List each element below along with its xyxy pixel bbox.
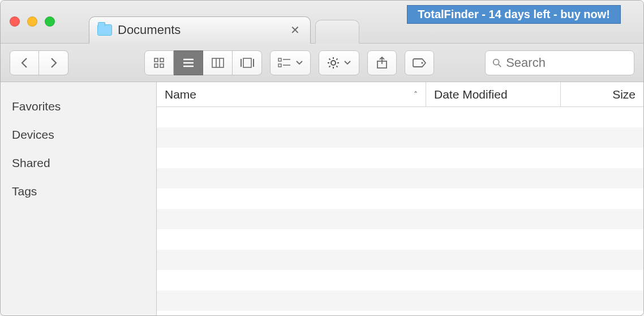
column-label: Size bbox=[612, 88, 636, 101]
table-row bbox=[157, 291, 643, 311]
icon-view-button[interactable] bbox=[144, 50, 174, 75]
svg-line-23 bbox=[336, 66, 337, 67]
chevron-right-icon bbox=[50, 57, 58, 69]
chevron-down-icon bbox=[296, 61, 303, 65]
back-button[interactable] bbox=[10, 50, 39, 75]
search-input[interactable] bbox=[506, 55, 627, 70]
svg-rect-1 bbox=[160, 58, 164, 62]
grid-icon bbox=[153, 57, 165, 69]
finder-window: TotalFinder - 14 days left - buy now! Do… bbox=[0, 0, 644, 316]
table-row bbox=[157, 250, 643, 270]
table-row bbox=[157, 127, 643, 148]
folder-icon bbox=[97, 24, 112, 36]
table-row bbox=[157, 270, 643, 291]
arrange-button[interactable] bbox=[270, 50, 311, 75]
body: Favorites Devices Shared Tags Name ˄ Dat… bbox=[1, 82, 643, 315]
table-row bbox=[157, 168, 643, 189]
chevron-left-icon bbox=[20, 57, 28, 69]
svg-line-30 bbox=[499, 64, 501, 66]
coverflow-view-button[interactable] bbox=[233, 50, 262, 75]
svg-line-25 bbox=[329, 66, 330, 67]
chevron-down-icon bbox=[344, 61, 351, 65]
svg-line-22 bbox=[329, 58, 330, 59]
svg-rect-7 bbox=[212, 58, 224, 67]
svg-point-17 bbox=[331, 61, 336, 65]
search-field[interactable] bbox=[485, 50, 634, 75]
action-menu-button[interactable] bbox=[319, 50, 359, 75]
content-area: Name ˄ Date Modified Size bbox=[157, 82, 643, 315]
column-header-date[interactable]: Date Modified bbox=[426, 82, 561, 106]
share-button[interactable] bbox=[367, 50, 397, 75]
share-icon bbox=[376, 57, 388, 69]
column-header-size[interactable]: Size bbox=[561, 82, 643, 106]
svg-point-28 bbox=[421, 62, 423, 63]
svg-point-29 bbox=[493, 59, 499, 65]
gear-icon bbox=[327, 57, 340, 69]
new-tab-button[interactable] bbox=[315, 20, 359, 44]
file-rows bbox=[157, 107, 643, 315]
sidebar: Favorites Devices Shared Tags bbox=[1, 82, 157, 315]
coverflow-icon bbox=[240, 58, 255, 68]
column-headers: Name ˄ Date Modified Size bbox=[157, 82, 643, 107]
list-view-button[interactable] bbox=[174, 50, 203, 75]
list-icon bbox=[182, 58, 195, 68]
column-header-name[interactable]: Name ˄ bbox=[157, 82, 426, 106]
table-row bbox=[157, 209, 643, 229]
svg-rect-13 bbox=[278, 58, 281, 61]
tags-button[interactable] bbox=[405, 50, 434, 75]
search-icon bbox=[492, 58, 501, 68]
titlebar: TotalFinder - 14 days left - buy now! Do… bbox=[1, 1, 643, 44]
tab-label: Documents bbox=[118, 23, 282, 37]
tag-icon bbox=[412, 58, 427, 68]
columns-icon bbox=[212, 58, 224, 68]
table-row bbox=[157, 229, 643, 250]
tab-close-button[interactable]: ✕ bbox=[288, 23, 302, 37]
column-label: Name bbox=[165, 88, 196, 101]
sort-ascending-icon: ˄ bbox=[414, 90, 418, 99]
sidebar-item-shared[interactable]: Shared bbox=[1, 149, 156, 177]
svg-line-24 bbox=[336, 58, 337, 59]
svg-rect-11 bbox=[243, 58, 251, 67]
column-view-button[interactable] bbox=[203, 50, 233, 75]
table-row bbox=[157, 148, 643, 168]
svg-rect-14 bbox=[278, 64, 281, 67]
table-row bbox=[157, 189, 643, 209]
svg-rect-0 bbox=[154, 58, 158, 62]
tab-documents[interactable]: Documents ✕ bbox=[89, 16, 311, 44]
forward-button[interactable] bbox=[39, 50, 68, 75]
column-label: Date Modified bbox=[434, 88, 508, 101]
sidebar-item-tags[interactable]: Tags bbox=[1, 177, 156, 206]
view-switcher bbox=[144, 50, 262, 75]
toolbar bbox=[1, 44, 643, 82]
tab-bar: Documents ✕ bbox=[1, 12, 643, 44]
svg-rect-3 bbox=[160, 64, 164, 67]
table-row bbox=[157, 107, 643, 127]
sidebar-item-devices[interactable]: Devices bbox=[1, 121, 156, 149]
svg-rect-2 bbox=[154, 64, 158, 67]
sidebar-item-favorites[interactable]: Favorites bbox=[1, 92, 156, 121]
arrange-icon bbox=[278, 58, 291, 68]
nav-buttons bbox=[10, 50, 68, 75]
